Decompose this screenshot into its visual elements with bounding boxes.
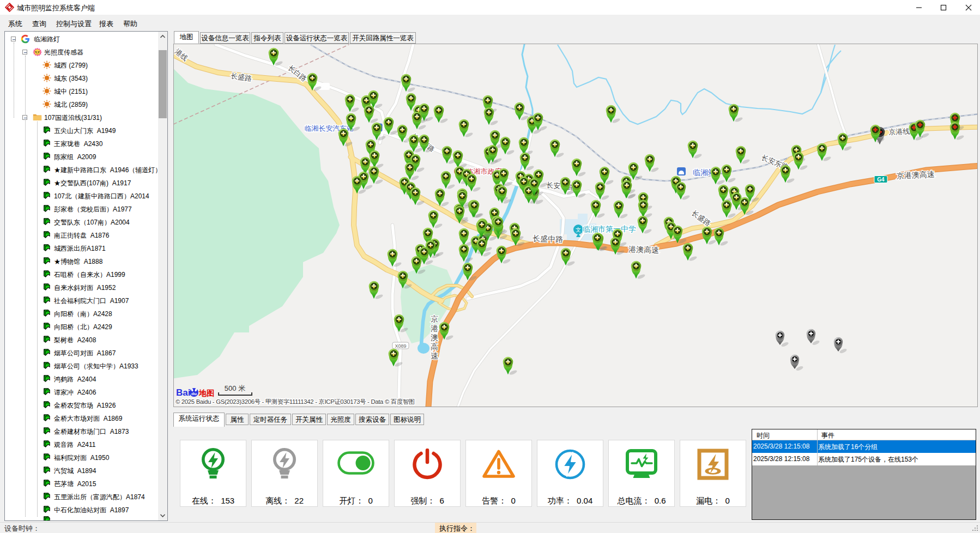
svg-text:© 2025 Baidu - GS(2023)3206号 -: © 2025 Baidu - GS(2023)3206号 - 甲测资字11111… xyxy=(176,398,415,405)
svg-text:港澳高速: 港澳高速 xyxy=(628,245,660,255)
svg-text:地图: 地图 xyxy=(198,389,214,397)
svg-text:Bai: Bai xyxy=(176,387,190,398)
svg-text:文: 文 xyxy=(576,227,581,233)
svg-text:du: du xyxy=(191,391,197,396)
svg-text:速: 速 xyxy=(431,352,438,360)
svg-text:500 米: 500 米 xyxy=(225,384,245,392)
svg-text:京港线: 京港线 xyxy=(888,127,910,136)
svg-text:澳: 澳 xyxy=(431,333,438,342)
svg-text:长盛中路: 长盛中路 xyxy=(533,234,564,244)
svg-text:高: 高 xyxy=(431,342,438,351)
svg-text:港: 港 xyxy=(431,324,438,332)
svg-text:G4: G4 xyxy=(877,177,885,183)
svg-text:X089: X089 xyxy=(395,343,406,349)
svg-text:京: 京 xyxy=(431,314,438,323)
svg-text:临湘市第一中学: 临湘市第一中学 xyxy=(583,225,636,233)
